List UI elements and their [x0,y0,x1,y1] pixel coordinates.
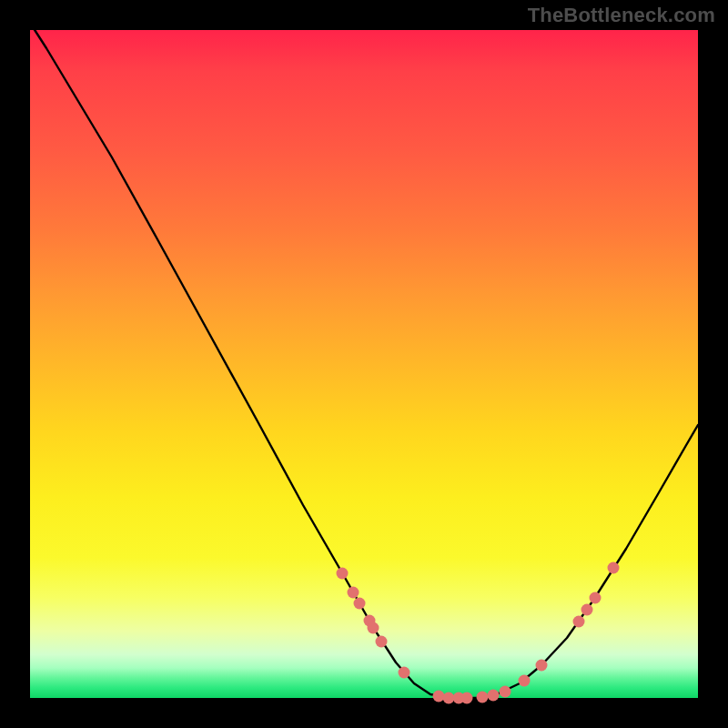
bottleneck-markers-group [337,562,620,704]
marker-dot [477,692,489,703]
marker-dot [354,598,366,610]
marker-dot [519,675,531,687]
watermark-text: TheBottleneck.com [528,4,715,27]
gradient-plot-area [30,30,698,698]
marker-dot [376,636,388,648]
marker-dot [500,686,511,698]
marker-dot [433,691,445,703]
marker-dot [488,690,500,702]
curve-layer-svg [30,30,698,698]
marker-dot [573,616,585,628]
marker-dot [590,592,602,604]
marker-dot [536,660,548,672]
marker-dot [399,667,410,679]
marker-dot [461,693,473,704]
marker-dot [608,562,620,574]
marker-dot [337,568,349,580]
marker-dot [581,604,593,616]
marker-dot [348,587,359,599]
chart-stage: TheBottleneck.com [0,0,728,728]
marker-dot [368,622,379,634]
